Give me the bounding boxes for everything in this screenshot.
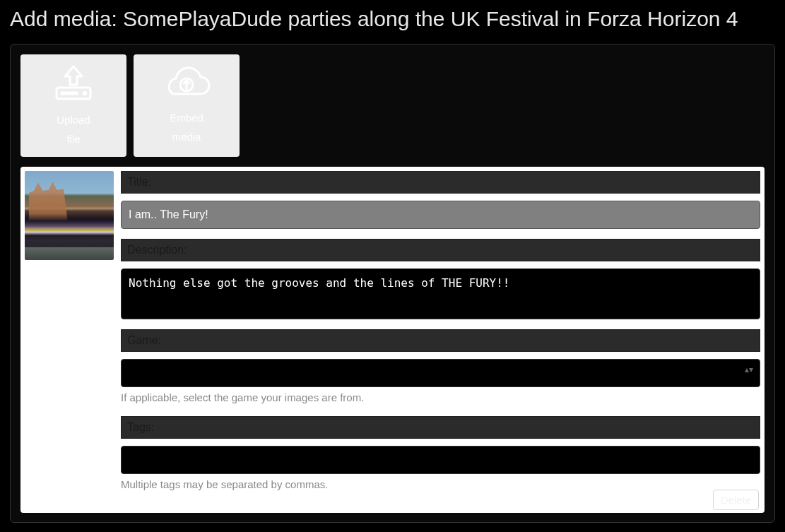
svg-point-2: [83, 91, 87, 95]
tags-input[interactable]: [121, 446, 760, 474]
media-card: Upload file Embed media Title:: [10, 44, 775, 523]
game-label: Game:: [121, 329, 760, 352]
game-help-text: If applicable, select the game your imag…: [121, 391, 760, 403]
cloud-upload-icon: [162, 66, 211, 104]
svg-rect-1: [61, 92, 78, 95]
tags-label: Tags:: [121, 416, 760, 439]
page-title: Add media: SomePlayaDude parties along t…: [10, 7, 775, 31]
upload-file-label: Upload file: [57, 110, 90, 148]
media-form: Title: Description: Nothing else got the…: [121, 171, 760, 509]
media-thumbnail[interactable]: [25, 171, 114, 260]
title-input[interactable]: [121, 201, 760, 229]
embed-media-button[interactable]: Embed media: [134, 54, 240, 157]
title-label: Title:: [121, 171, 760, 194]
description-label: Description:: [121, 239, 760, 261]
upload-actions-row: Upload file Embed media: [20, 54, 765, 157]
tags-help-text: Multiple tags may be separated by commas…: [121, 478, 760, 490]
upload-file-button[interactable]: Upload file: [20, 54, 126, 157]
thumbnail-column: [25, 171, 114, 509]
description-textarea[interactable]: Nothing else got the grooves and the lin…: [121, 268, 760, 319]
upload-icon: [51, 64, 96, 106]
game-select[interactable]: [121, 359, 760, 387]
media-item-row: Title: Description: Nothing else got the…: [20, 167, 765, 513]
embed-media-label: Embed media: [170, 108, 203, 146]
delete-button[interactable]: Delete: [713, 490, 759, 510]
